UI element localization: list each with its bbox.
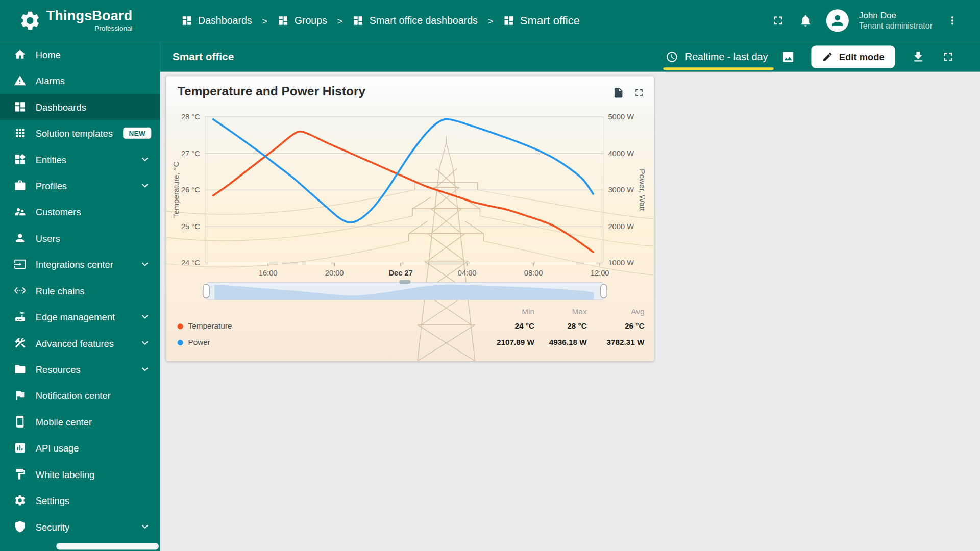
sidebar-item-white-labeling[interactable]: White labeling: [0, 461, 160, 487]
avatar[interactable]: [826, 9, 849, 32]
fullscreen-button[interactable]: [768, 10, 789, 32]
sidebar-item-home[interactable]: Home: [0, 41, 160, 67]
logo-subtitle: Professional: [94, 25, 132, 32]
sidebar: HomeAlarmsDashboardsSolution templatesNE…: [0, 41, 160, 551]
briefcase-icon: [14, 179, 26, 191]
sidebar-item-customers[interactable]: Customers: [0, 198, 160, 224]
thingsboard-logo-icon: [19, 9, 41, 32]
user-info[interactable]: John Doe Tenant administrator: [859, 10, 933, 31]
legend-temperature-min: 24 °C: [465, 322, 534, 331]
app-window: ThingsBoard Professional Dashboards>Grou…: [0, 0, 980, 551]
page-title: Smart office: [173, 51, 234, 63]
sidebar-item-api-usage[interactable]: API usage: [0, 435, 160, 461]
svg-text:Dec 27: Dec 27: [388, 269, 412, 277]
notifications-button[interactable]: [795, 10, 817, 32]
folder-icon: [14, 363, 26, 375]
breadcrumb-item-groups[interactable]: Groups: [278, 15, 327, 26]
legend-header-max: Max: [534, 307, 587, 316]
edit-mode-button[interactable]: Edit mode: [812, 45, 895, 68]
gear-icon: [14, 494, 26, 507]
legend-series-power[interactable]: Power: [178, 338, 465, 346]
input-icon: [14, 258, 26, 270]
sidebar-item-solution-templates[interactable]: Solution templatesNEW: [0, 120, 160, 146]
sidebar-item-security[interactable]: Security: [0, 514, 160, 540]
time-range-slider[interactable]: [166, 279, 654, 304]
home-icon: [14, 48, 26, 60]
sidebar-item-resources[interactable]: Resources: [0, 356, 160, 382]
shield-icon: [14, 520, 26, 533]
widget-actions: [610, 84, 647, 101]
widget-temperature-power-history[interactable]: Temperature and Power History 28 °C5000 …: [166, 76, 654, 361]
breadcrumb-separator: >: [337, 15, 342, 26]
sidebar-item-label: Entities: [36, 154, 130, 165]
svg-text:20:00: 20:00: [325, 269, 344, 277]
temperature-power-line-chart[interactable]: 28 °C5000 W27 °C4000 W26 °C3000 W25 °C20…: [166, 109, 654, 279]
chevron-down-icon: [139, 153, 151, 165]
legend-header-row: MinMaxAvg: [178, 306, 645, 318]
slider-right-handle[interactable]: [601, 284, 607, 298]
chart-icon: [14, 442, 26, 454]
timewindow-underline: [663, 67, 774, 70]
breadcrumb-label: Groups: [295, 15, 327, 26]
widget-fullscreen-button[interactable]: [631, 84, 648, 101]
svg-text:Power, Watt: Power, Watt: [638, 169, 647, 211]
sidebar-item-label: Notification center: [36, 390, 152, 401]
dashboard-canvas: Temperature and Power History 28 °C5000 …: [160, 72, 980, 551]
sidebar-item-users[interactable]: Users: [0, 225, 160, 251]
sidebar-item-label: Customers: [36, 207, 152, 217]
slider-left-handle[interactable]: [203, 284, 209, 298]
dashboard-grid-icon: [278, 15, 289, 26]
sidebar-item-advanced-features[interactable]: Advanced features: [0, 330, 160, 356]
sidebar-item-entities[interactable]: Entities: [0, 146, 160, 172]
construction-icon: [14, 337, 26, 349]
sidebar-item-alarms[interactable]: Alarms: [0, 67, 160, 93]
sidebar-item-integrations-center[interactable]: Integrations center: [0, 251, 160, 277]
sidebar-item-label: Dashboards: [36, 102, 152, 112]
sidebar-item-profiles[interactable]: Profiles: [0, 172, 160, 198]
smartphone-icon: [14, 415, 26, 428]
user-role: Tenant administrator: [859, 21, 933, 31]
sidebar-item-mobile-center[interactable]: Mobile center: [0, 409, 160, 435]
legend-header-avg: Avg: [587, 307, 645, 316]
sidebar-item-label: Alarms: [36, 76, 152, 86]
breadcrumb-item-smart-office-dashboards[interactable]: Smart office dashboards: [353, 15, 478, 26]
fullscreen-icon: [771, 14, 785, 28]
app-logo[interactable]: ThingsBoard Professional: [19, 9, 133, 32]
sidebar-item-label: Settings: [36, 495, 152, 506]
sidebar-item-rule-chains[interactable]: Rule chains: [0, 278, 160, 304]
dashboards-icon: [14, 101, 26, 113]
timewindow-button[interactable]: Realtime - last day: [665, 48, 769, 65]
dashboard-gallery-button[interactable]: [778, 46, 799, 67]
sidebar-item-settings[interactable]: Settings: [0, 487, 160, 513]
sidebar-item-dashboards[interactable]: Dashboards: [0, 94, 160, 120]
clock-icon: [666, 51, 678, 63]
sidebar-item-label: Home: [36, 49, 152, 60]
slider-center-grip[interactable]: [399, 280, 410, 284]
svg-text:24 °C: 24 °C: [181, 259, 200, 267]
sidebar-scrollbar[interactable]: [56, 543, 159, 549]
warning-icon: [14, 74, 26, 87]
legend-series-temperature[interactable]: Temperature: [178, 322, 465, 331]
sidebar-item-notification-center[interactable]: Notification center: [0, 382, 160, 408]
chart-legend: MinMaxAvgTemperature24 °C28 °C26 °CPower…: [166, 304, 654, 350]
new-badge: NEW: [123, 128, 151, 139]
breadcrumb-item-dashboards[interactable]: Dashboards: [181, 15, 252, 26]
main-area: Smart office Realtime - last day Edit mo…: [160, 41, 980, 551]
svg-text:5000 W: 5000 W: [608, 113, 634, 121]
sidebar-item-label: Solution templates: [36, 128, 114, 138]
sidebar-item-edge-management[interactable]: Edge management: [0, 304, 160, 330]
logo-title: ThingsBoard: [46, 9, 133, 23]
sidebar-item-label: Mobile center: [36, 416, 152, 427]
chevron-down-icon: [139, 311, 151, 323]
legend-header-min: Min: [465, 307, 534, 316]
svg-text:16:00: 16:00: [259, 269, 278, 277]
breadcrumb-item-smart-office[interactable]: Smart office: [503, 14, 580, 28]
export-dashboard-button[interactable]: [908, 46, 929, 67]
person-icon: [14, 232, 26, 244]
widget-export-button[interactable]: [610, 84, 627, 101]
sidebar-item-label: Rule chains: [36, 285, 152, 296]
toolbar-fullscreen-button[interactable]: [938, 46, 959, 67]
sidebar-item-label: Resources: [36, 364, 130, 374]
legend-temperature-avg: 26 °C: [587, 322, 645, 331]
more-menu-button[interactable]: [943, 11, 963, 31]
